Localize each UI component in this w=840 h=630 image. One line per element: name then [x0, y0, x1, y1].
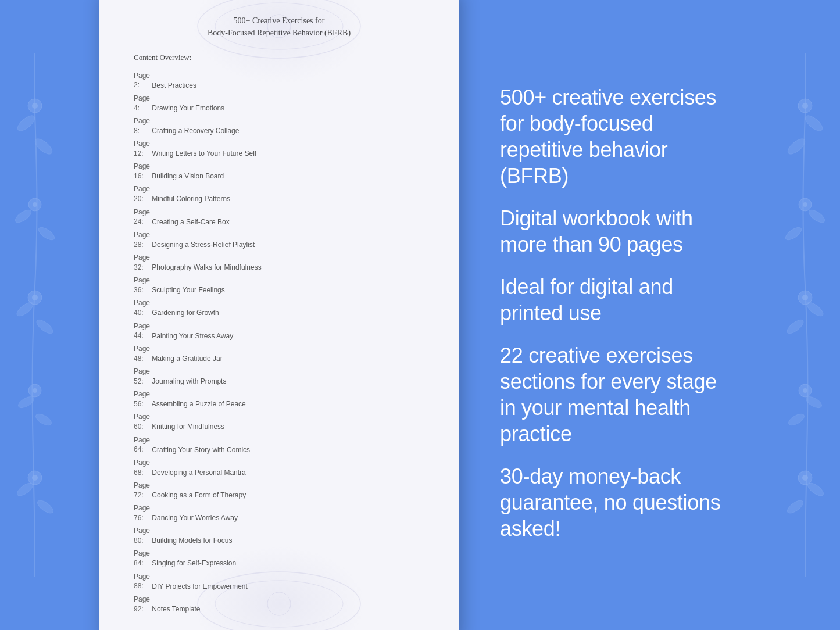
svg-point-31	[784, 225, 803, 242]
toc-item: Page 76: Dancing Your Worries Away	[128, 502, 430, 524]
svg-point-29	[802, 103, 808, 109]
info-text-3: 22 creative exercises sections for every…	[500, 342, 735, 447]
svg-point-35	[785, 317, 805, 336]
info-text-4: 30-day money-back guarantee, no question…	[500, 463, 735, 542]
book-title: 500+ Creative Exercises for Body-Focused…	[128, 15, 430, 39]
svg-point-41	[803, 388, 807, 393]
toc-item: Page 68: Developing a Personal Mantra	[128, 456, 430, 479]
info-block-1: Digital workbook with more than 90 pages	[500, 205, 735, 257]
toc-item: Page 48: Making a Gratitude Jar	[128, 342, 430, 365]
content-overview-label: Content Overview:	[134, 53, 430, 62]
info-text-0: 500+ creative exercises for body-focused…	[500, 84, 735, 189]
toc-item: Page 92: Notes Template	[128, 593, 430, 615]
svg-point-26	[803, 113, 825, 133]
toc-item: Page 4: Drawing Your Emotions	[128, 92, 430, 114]
toc-item: Page 36: Sculpting Your Feelings	[128, 274, 430, 296]
svg-point-20	[198, 0, 360, 58]
book-page: 500+ Creative Exercises for Body-Focused…	[99, 0, 459, 630]
svg-point-23	[198, 572, 360, 630]
toc-item: Page 32: Photography Walks for Mindfulne…	[128, 251, 430, 274]
svg-point-15	[33, 388, 37, 393]
svg-point-5	[37, 225, 56, 242]
toc-item: Page 44: Painting Your Stress Away	[128, 320, 430, 342]
info-block-4: 30-day money-back guarantee, no question…	[500, 463, 735, 542]
svg-point-11	[32, 295, 38, 300]
svg-point-25	[267, 592, 291, 615]
toc-item: Page 20: Mindful Coloring Patterns	[128, 183, 430, 206]
toc-item: Page 64: Crafting Your Story with Comics	[128, 434, 430, 456]
info-text-1: Digital workbook with more than 90 pages	[500, 205, 735, 257]
toc-item: Page 2: Best Practices	[128, 69, 430, 92]
toc-item: Page 52: Journaling with Prompts	[128, 365, 430, 388]
toc-list: Page 2: Best PracticesPage 4: Drawing Yo…	[128, 69, 430, 616]
svg-point-0	[15, 113, 37, 133]
toc-item: Page 28: Designing a Stress-Relief Playl…	[128, 228, 430, 251]
toc-item: Page 24: Creating a Self-Care Box	[128, 206, 430, 228]
info-block-2: Ideal for digital and printed use	[500, 274, 735, 326]
book-page-container: 500+ Creative Exercises for Body-Focused…	[93, 0, 465, 630]
svg-point-3	[32, 103, 38, 109]
info-text-2: Ideal for digital and printed use	[500, 274, 735, 326]
toc-item: Page 88: DIY Projects for Empowerment	[128, 570, 430, 593]
toc-item: Page 60: Knitting for Mindfulness	[128, 411, 430, 434]
info-block-0: 500+ creative exercises for body-focused…	[500, 84, 735, 189]
toc-item: Page 12: Writing Letters to Your Future …	[128, 137, 430, 160]
floral-decoration-right	[770, 0, 840, 630]
svg-point-30	[807, 207, 827, 225]
svg-point-22	[267, 15, 291, 38]
svg-point-33	[803, 202, 807, 207]
svg-point-39	[787, 411, 806, 427]
svg-point-19	[32, 475, 38, 481]
svg-point-43	[785, 498, 805, 516]
toc-item: Page 80: Building Models for Focus	[128, 525, 430, 547]
svg-point-45	[802, 475, 808, 481]
svg-point-13	[34, 411, 53, 427]
svg-point-4	[13, 207, 33, 225]
toc-item: Page 56: Assembling a Puzzle of Peace	[128, 388, 430, 410]
svg-point-9	[34, 317, 55, 336]
info-block-3: 22 creative exercises sections for every…	[500, 342, 735, 447]
floral-decoration-left	[0, 0, 70, 630]
toc-item: Page 40: Gardening for Growth	[128, 297, 430, 320]
svg-point-37	[802, 295, 808, 300]
toc-item: Page 84: Singing for Self-Expression	[128, 547, 430, 570]
svg-point-21	[215, 3, 343, 49]
svg-point-7	[33, 202, 37, 207]
toc-item: Page 16: Building a Vision Board	[128, 160, 430, 183]
toc-item: Page 72: Cooking as a Form of Therapy	[128, 479, 430, 502]
svg-point-24	[215, 581, 343, 627]
svg-point-17	[35, 498, 55, 516]
toc-item: Page 8: Crafting a Recovery Collage	[128, 114, 430, 137]
info-panel: 500+ creative exercises for body-focused…	[465, 61, 770, 570]
